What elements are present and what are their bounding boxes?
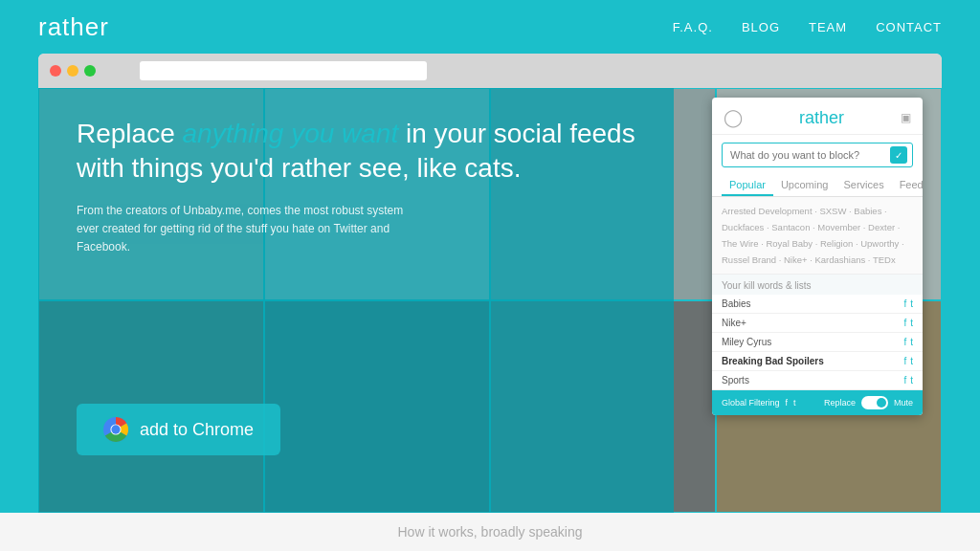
browser-content: Replace anything you want in your social… xyxy=(38,88,942,513)
footer-left: Global Filtering f t xyxy=(722,398,796,408)
block-search-input[interactable] xyxy=(722,143,913,167)
panel-header: ◯ rather ▣ xyxy=(712,98,923,135)
replace-mute-toggle[interactable] xyxy=(861,396,888,409)
search-confirm-icon[interactable]: ✓ xyxy=(890,146,907,164)
site-logo: rather xyxy=(38,12,109,42)
svg-point-2 xyxy=(111,425,120,433)
browser-mockup: Replace anything you want in your social… xyxy=(38,54,942,513)
item-icons-miley: f t xyxy=(903,337,913,347)
list-item-nike: Nike+ f t xyxy=(712,314,923,333)
kill-words-title: Your kill words & lists xyxy=(712,275,923,295)
close-icon[interactable]: ▣ xyxy=(901,111,911,124)
cta-label: add to Chrome xyxy=(140,420,254,440)
list-item-breaking-bad: Breaking Bad Spoilers f t xyxy=(712,352,923,371)
how-it-works-text: How it works, broadly speaking xyxy=(398,524,583,540)
item-icons-nike: f t xyxy=(903,318,913,328)
nav-team[interactable]: TEAM xyxy=(809,20,847,34)
main-nav: F.A.Q. BLOG TEAM CONTACT xyxy=(673,20,942,34)
item-label-babies: Babies xyxy=(722,298,903,309)
panel-title: rather xyxy=(743,108,901,128)
facebook-icon[interactable]: f xyxy=(903,298,906,309)
tab-upcoming[interactable]: Upcoming xyxy=(773,175,836,196)
list-item-sports: Sports f t xyxy=(712,371,923,390)
bottom-section: How it works, broadly speaking xyxy=(0,513,980,551)
replace-label: Replace xyxy=(824,398,856,408)
item-icons-sports: f t xyxy=(903,375,913,386)
facebook-footer-icon[interactable]: f xyxy=(786,398,789,408)
facebook-icon[interactable]: f xyxy=(903,318,906,328)
twitter-icon[interactable]: t xyxy=(910,337,913,347)
hero-title-plain: Replace xyxy=(77,119,183,148)
tab-popular[interactable]: Popular xyxy=(722,175,773,196)
search-wrap: ✓ xyxy=(722,143,913,167)
user-icon: ◯ xyxy=(724,107,743,128)
twitter-icon[interactable]: t xyxy=(910,375,913,386)
extension-panel: ◯ rather ▣ ✓ Popular Upcoming Services F… xyxy=(712,98,923,415)
nav-contact[interactable]: CONTACT xyxy=(876,20,942,34)
hero-title: Replace anything you want in your social… xyxy=(77,117,664,187)
footer-right: Replace Mute xyxy=(824,396,913,409)
minimize-dot xyxy=(67,65,78,77)
twitter-footer-icon[interactable]: t xyxy=(793,398,796,408)
item-icons-breaking-bad: f t xyxy=(903,356,913,366)
item-icons-babies: f t xyxy=(903,298,913,309)
site-header: rather F.A.Q. BLOG TEAM CONTACT xyxy=(0,0,980,54)
url-bar[interactable] xyxy=(140,61,427,80)
facebook-icon[interactable]: f xyxy=(903,337,906,347)
panel-tabs: Popular Upcoming Services Feeds xyxy=(712,175,923,197)
item-label-breaking-bad: Breaking Bad Spoilers xyxy=(722,356,903,366)
browser-chrome xyxy=(38,54,942,88)
panel-footer: Global Filtering f t Replace Mute xyxy=(712,390,923,415)
hero-text-area: Replace anything you want in your social… xyxy=(77,117,664,285)
hero-title-highlight: anything you want xyxy=(183,119,399,148)
global-filtering-label: Global Filtering xyxy=(722,398,780,408)
facebook-icon[interactable]: f xyxy=(903,375,906,386)
twitter-icon[interactable]: t xyxy=(910,318,913,328)
nav-blog[interactable]: BLOG xyxy=(742,20,780,34)
item-label-miley: Miley Cyrus xyxy=(722,337,903,347)
popular-tags[interactable]: Arrested Development · SXSW · Babies · D… xyxy=(712,197,923,275)
panel-search-area: ✓ xyxy=(712,135,923,175)
item-label-sports: Sports xyxy=(722,375,903,386)
maximize-dot xyxy=(84,65,96,77)
close-dot xyxy=(50,65,61,77)
mute-label: Mute xyxy=(894,398,913,408)
tab-feeds[interactable]: Feeds xyxy=(892,175,923,196)
list-item-miley: Miley Cyrus f t xyxy=(712,333,923,352)
twitter-icon[interactable]: t xyxy=(910,356,913,366)
cta-area: add to Chrome xyxy=(77,404,280,455)
twitter-icon[interactable]: t xyxy=(910,298,913,309)
hero-subtitle: From the creators of Unbaby.me, comes th… xyxy=(77,202,421,257)
add-to-chrome-button[interactable]: add to Chrome xyxy=(77,404,280,455)
item-label-nike: Nike+ xyxy=(722,318,903,328)
facebook-icon[interactable]: f xyxy=(903,356,906,366)
chrome-icon xyxy=(103,417,128,442)
nav-faq[interactable]: F.A.Q. xyxy=(673,20,713,34)
list-item-babies: Babies f t xyxy=(712,295,923,314)
tab-services[interactable]: Services xyxy=(835,175,891,196)
